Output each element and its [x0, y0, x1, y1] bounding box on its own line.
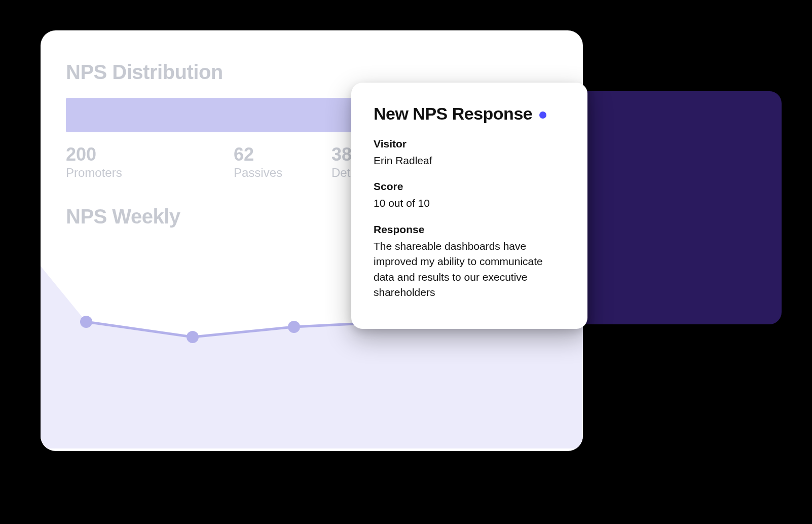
response-title: New NPS Response: [374, 104, 532, 124]
weekly-point: [187, 331, 199, 343]
score-field: Score 10 out of 10: [374, 180, 565, 211]
passives-group: 62 Passives: [234, 144, 282, 180]
promoters-label: Promoters: [66, 166, 122, 180]
nps-distribution-title: NPS Distribution: [66, 61, 558, 84]
promoters-group: 200 Promoters: [66, 144, 122, 180]
status-dot-icon: [539, 111, 546, 119]
promoters-count: 200: [66, 144, 122, 165]
visitor-field: Visitor Erin Radleaf: [374, 138, 565, 168]
nps-response-card: New NPS Response Visitor Erin Radleaf Sc…: [351, 83, 587, 329]
passives-label: Passives: [234, 166, 282, 180]
passives-count: 62: [234, 144, 282, 165]
response-text-field: Response The shareable dashboards have i…: [374, 223, 565, 301]
score-label: Score: [374, 180, 565, 193]
segment-promoters: [66, 98, 394, 132]
score-value: 10 out of 10: [374, 196, 565, 211]
weekly-point: [288, 321, 300, 333]
response-header: New NPS Response: [374, 104, 565, 124]
weekly-point: [80, 316, 92, 328]
response-text-value: The shareable dashboards have improved m…: [374, 239, 565, 301]
visitor-value: Erin Radleaf: [374, 153, 565, 168]
response-text-label: Response: [374, 223, 565, 236]
visitor-label: Visitor: [374, 138, 565, 150]
